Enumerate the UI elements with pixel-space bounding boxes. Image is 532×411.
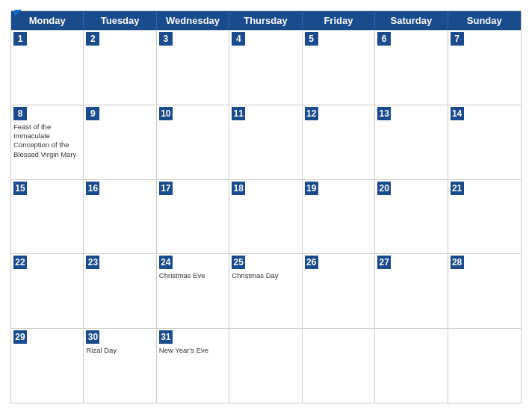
day-number: 2 bbox=[86, 32, 99, 46]
day-number: 15 bbox=[13, 182, 27, 195]
week-row-2: 8Feast of the Immaculate Conception of t… bbox=[11, 105, 521, 179]
cal-cell bbox=[229, 329, 302, 403]
cal-cell: 23 bbox=[84, 254, 156, 328]
day-number: 22 bbox=[13, 256, 27, 269]
day-number: 8 bbox=[13, 107, 27, 120]
cal-cell bbox=[375, 329, 448, 403]
cal-cell: 22 bbox=[11, 254, 84, 328]
header-day-sunday: Sunday bbox=[448, 11, 521, 30]
week-row-3: 15161718192021 bbox=[11, 179, 521, 254]
cal-cell: 6 bbox=[375, 31, 448, 105]
day-number: 17 bbox=[159, 182, 173, 195]
day-event: Christmas Day bbox=[232, 271, 299, 280]
day-number: 20 bbox=[377, 182, 391, 195]
cal-cell: 19 bbox=[303, 180, 375, 254]
week-row-5: 2930Rizal Day31New Year's Eve bbox=[11, 328, 521, 403]
calendar-header-row: MondayTuesdayWednesdayThursdayFridaySatu… bbox=[11, 11, 521, 30]
cal-cell: 28 bbox=[448, 254, 521, 328]
day-number: 30 bbox=[86, 330, 99, 344]
cal-cell: 31New Year's Eve bbox=[157, 329, 229, 403]
cal-cell: 15 bbox=[11, 180, 84, 254]
cal-cell bbox=[303, 329, 375, 403]
day-number: 5 bbox=[305, 32, 318, 46]
header-day-tuesday: Tuesday bbox=[84, 11, 156, 30]
day-number: 27 bbox=[377, 256, 391, 269]
day-number: 9 bbox=[86, 107, 99, 120]
cal-cell: 13 bbox=[375, 105, 448, 179]
cal-cell: 30Rizal Day bbox=[84, 329, 156, 403]
day-number: 24 bbox=[159, 256, 173, 269]
day-number: 21 bbox=[451, 182, 464, 195]
cal-cell: 18 bbox=[229, 180, 302, 254]
cal-cell: 11 bbox=[229, 105, 302, 179]
day-number: 12 bbox=[305, 107, 318, 120]
cal-cell: 8Feast of the Immaculate Conception of t… bbox=[11, 105, 84, 179]
cal-cell: 9 bbox=[84, 105, 156, 179]
day-number: 29 bbox=[13, 330, 27, 344]
page: MondayTuesdayWednesdayThursdayFridaySatu… bbox=[0, 0, 532, 411]
cal-cell: 14 bbox=[448, 105, 521, 179]
cal-cell: 16 bbox=[84, 180, 156, 254]
day-event: Christmas Eve bbox=[159, 271, 226, 280]
calendar: MondayTuesdayWednesdayThursdayFridaySatu… bbox=[10, 10, 522, 404]
day-number: 11 bbox=[232, 107, 245, 120]
day-number: 31 bbox=[159, 330, 173, 344]
day-number: 14 bbox=[451, 107, 464, 120]
cal-cell: 24Christmas Eve bbox=[157, 254, 229, 328]
header-day-wednesday: Wednesday bbox=[157, 11, 229, 30]
calendar-body: 12345678Feast of the Immaculate Concepti… bbox=[11, 30, 521, 403]
cal-cell: 1 bbox=[11, 31, 84, 105]
cal-cell: 29 bbox=[11, 329, 84, 403]
cal-cell: 4 bbox=[229, 31, 302, 105]
header-day-thursday: Thursday bbox=[229, 11, 302, 30]
cal-cell: 21 bbox=[448, 180, 521, 254]
day-number: 26 bbox=[305, 256, 318, 269]
day-number: 13 bbox=[377, 107, 391, 120]
cal-cell: 20 bbox=[375, 180, 448, 254]
cal-cell: 25Christmas Day bbox=[229, 254, 302, 328]
day-event: New Year's Eve bbox=[159, 346, 226, 355]
cal-cell: 27 bbox=[375, 254, 448, 328]
day-number: 28 bbox=[451, 256, 464, 269]
cal-cell: 26 bbox=[303, 254, 375, 328]
week-row-1: 1234567 bbox=[11, 30, 521, 105]
day-number: 16 bbox=[86, 182, 99, 195]
cal-cell: 7 bbox=[448, 31, 521, 105]
header-day-saturday: Saturday bbox=[375, 11, 448, 30]
day-number: 25 bbox=[232, 256, 245, 269]
cal-cell: 17 bbox=[157, 180, 229, 254]
day-number: 7 bbox=[451, 32, 464, 46]
cal-cell: 10 bbox=[157, 105, 229, 179]
day-number: 6 bbox=[377, 32, 391, 46]
logo bbox=[10, 7, 22, 18]
day-number: 3 bbox=[159, 32, 173, 46]
day-event: Rizal Day bbox=[86, 346, 153, 355]
week-row-4: 222324Christmas Eve25Christmas Day262728 bbox=[11, 253, 521, 328]
logo-bird-icon bbox=[12, 7, 22, 18]
day-number: 10 bbox=[159, 107, 173, 120]
header-day-friday: Friday bbox=[303, 11, 375, 30]
day-number: 23 bbox=[86, 256, 99, 269]
cal-cell: 5 bbox=[303, 31, 375, 105]
day-event: Feast of the Immaculate Conception of th… bbox=[13, 123, 81, 159]
day-number: 1 bbox=[13, 32, 27, 46]
day-number: 4 bbox=[232, 32, 245, 46]
cal-cell bbox=[448, 329, 521, 403]
logo-blue-text bbox=[10, 7, 22, 18]
cal-cell: 2 bbox=[84, 31, 156, 105]
cal-cell: 12 bbox=[303, 105, 375, 179]
day-number: 18 bbox=[232, 182, 245, 195]
cal-cell: 3 bbox=[157, 31, 229, 105]
day-number: 19 bbox=[305, 182, 318, 195]
